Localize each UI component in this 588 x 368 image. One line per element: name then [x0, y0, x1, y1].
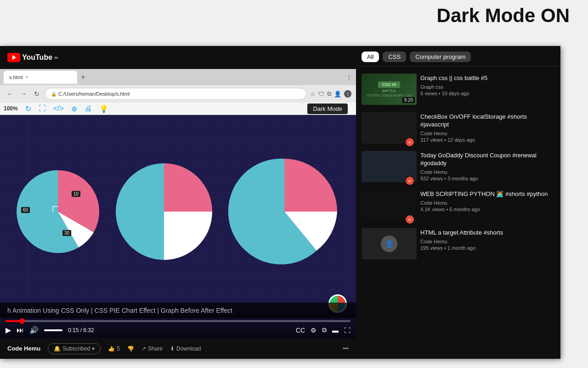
- progress-bar-fill: [6, 320, 19, 322]
- browser-tab-bar: s.html × + ⋮: [0, 69, 356, 85]
- progress-dot: [19, 318, 25, 324]
- extensions-icon[interactable]: ⧉: [327, 90, 331, 98]
- browser-menu-button[interactable]: ⋮: [346, 74, 352, 81]
- dark-mode-button[interactable]: Dark Mode: [307, 104, 348, 114]
- sidebar-list: CSS #5 BATTLE YOUTRE.COM/@GRAPH_CSS 9:20…: [356, 66, 560, 359]
- miniplayer-button[interactable]: ⧉: [322, 326, 327, 334]
- refresh-toolbar-icon[interactable]: ↻: [25, 104, 31, 113]
- like-button[interactable]: 👍 5: [108, 345, 120, 352]
- video-item[interactable]: CSS #5 BATTLE YOUTRE.COM/@GRAPH_CSS 9:20…: [356, 70, 560, 109]
- controls-row: ▶ ⏭ 🔊 0:15 / 6:32 CC ⚙ ⧉ ▬ ⛶: [6, 326, 351, 334]
- video-area: YouTube IN s.html × + ⋮ ← → ↻ 🔒: [0, 46, 356, 359]
- tab-title: s.html: [9, 75, 23, 80]
- fullscreen-icon[interactable]: ⛶: [39, 104, 46, 113]
- refresh-button[interactable]: ↻: [32, 89, 41, 98]
- zoom-level: 100%: [4, 105, 18, 112]
- code-icon[interactable]: </>: [53, 104, 64, 113]
- settings-button[interactable]: ⚙: [311, 327, 317, 334]
- video-title-1: Graph css || css battle #5: [420, 75, 555, 82]
- sidebar-filters: All CSS Computer program: [356, 46, 560, 66]
- theater-button[interactable]: ▬: [332, 327, 339, 334]
- filter-css[interactable]: CSS: [383, 52, 406, 62]
- youtube-logo: YouTube IN: [7, 53, 58, 62]
- pie-chart-2: [109, 156, 219, 267]
- channel-name: Code Hemu: [7, 345, 40, 352]
- pie-label-60: 60: [21, 207, 30, 213]
- like-count: 5: [117, 345, 120, 352]
- video-channel-1: Graph css: [420, 84, 555, 90]
- info-icon: i: [344, 90, 351, 98]
- dislike-button[interactable]: 👎: [127, 345, 134, 352]
- address-text: C:/Users/heman/Desktop/s.html: [58, 91, 130, 97]
- share-icon: ↗: [141, 345, 146, 352]
- pie-chart-1: 60 10 30: [12, 166, 104, 258]
- thumbnail-container-3: H: [362, 151, 417, 182]
- thumbnail-container-4: H: [362, 190, 417, 221]
- dislike-icon: 👎: [127, 345, 134, 352]
- youtube-logo-bar: YouTube IN: [0, 46, 356, 69]
- next-button[interactable]: ⏭: [17, 326, 24, 334]
- video-channel-5: Code Hemu: [420, 239, 555, 244]
- back-button[interactable]: ←: [5, 89, 15, 98]
- thumbnail-5: 👤: [362, 228, 417, 259]
- video-channel-4: Code Hemu: [420, 200, 555, 206]
- pie-label-30: 30: [62, 230, 71, 236]
- print-icon[interactable]: 🖨: [85, 104, 92, 113]
- tab-close-button[interactable]: ×: [25, 75, 28, 80]
- video-item[interactable]: H Today GoDaddy Discount Coupon #renewal…: [356, 147, 560, 186]
- pie-label-10: 10: [72, 191, 80, 197]
- browser-address-bar: ← → ↻ 🔒 C:/Users/heman/Desktop/s.html ☆ …: [0, 85, 356, 103]
- main-container: YouTube IN s.html × + ⋮ ← → ↻ 🔒: [0, 46, 560, 359]
- video-channel-3: Code Hemu: [420, 169, 555, 175]
- progress-bar[interactable]: [6, 320, 351, 322]
- forward-button[interactable]: →: [18, 89, 28, 98]
- add-icon[interactable]: ⊕: [71, 104, 77, 113]
- more-button[interactable]: •••: [343, 345, 349, 352]
- video-title-2: CheckBox On/OFF localStorage #shorts #ja…: [420, 113, 555, 129]
- browser-tab[interactable]: s.html ×: [4, 71, 77, 84]
- video-item[interactable]: H CheckBox On/OFF localStorage #shorts #…: [356, 109, 560, 147]
- share-button[interactable]: ↗ Share: [141, 345, 163, 352]
- video-stats-3: 932 views • 3 months ago: [420, 176, 555, 181]
- like-icon: 👍: [108, 345, 115, 352]
- download-button[interactable]: ⬇ Download: [170, 345, 201, 352]
- video-meta-1: Graph css || css battle #5 Graph css 6 v…: [420, 74, 555, 105]
- video-stats-1: 6 views • 10 days ago: [420, 91, 555, 96]
- cc-button[interactable]: CC: [296, 327, 305, 334]
- video-title-3: Today GoDaddy Discount Coupon #renewal #…: [420, 152, 555, 167]
- volume-button[interactable]: 🔊: [29, 326, 39, 334]
- video-stats-4: 4.1K views • 6 months ago: [420, 207, 555, 212]
- thumbnail-container-5: 👤: [362, 228, 417, 259]
- new-tab-button[interactable]: +: [81, 73, 85, 81]
- video-duration-1: 9:20: [402, 97, 415, 103]
- play-button[interactable]: ▶: [6, 326, 11, 334]
- filter-computer-program[interactable]: Computer program: [410, 52, 471, 62]
- channel-bar: Code Hemu 🔔 Subscribed ▾ 👍 5 👎 ↗ Share ⬇…: [0, 338, 356, 359]
- video-channel-2: Code Hemu: [420, 131, 555, 136]
- youtube-play-icon: [12, 55, 16, 60]
- channel-avatar-3: H: [405, 176, 415, 186]
- video-stats-2: 317 views • 12 days ago: [420, 137, 555, 143]
- pie-chart-3-svg: [225, 152, 344, 271]
- video-item[interactable]: 👤 HTML a target Attribute #shorts Code H…: [356, 224, 560, 263]
- address-input[interactable]: 🔒 C:/Users/heman/Desktop/s.html: [45, 88, 306, 100]
- bookmark-icon[interactable]: ☆: [310, 91, 316, 98]
- video-item[interactable]: H WEB SCRIPTING PYTHON 🧑‍💻 #shorts #pyth…: [356, 186, 560, 224]
- shield-icon: 🛡: [318, 91, 324, 98]
- sidebar: All CSS Computer program CSS #5 BATTLE Y…: [356, 46, 560, 359]
- youtube-icon: [7, 53, 20, 62]
- lightbulb-icon[interactable]: 💡: [99, 104, 108, 113]
- share-label: Share: [148, 345, 163, 352]
- filter-all[interactable]: All: [362, 52, 379, 62]
- thumbnail-container-1: CSS #5 BATTLE YOUTRE.COM/@GRAPH_CSS 9:20: [362, 74, 417, 105]
- fullscreen-button[interactable]: ⛶: [344, 327, 351, 334]
- subscribe-button[interactable]: 🔔 Subscribed ▾: [48, 343, 101, 354]
- subscribe-label: Subscribed: [62, 345, 90, 352]
- profile-icon[interactable]: 👤: [334, 91, 341, 98]
- youtube-text: YouTube: [22, 53, 52, 62]
- browser-toolbar: 100% ↻ ⛶ </> ⊕ 🖨 💡 Dark Mode: [0, 103, 356, 115]
- volume-slider[interactable]: [44, 329, 62, 331]
- download-icon: ⬇: [170, 345, 175, 352]
- dark-mode-status: Dark Mode ON: [437, 5, 570, 27]
- youtube-region: IN: [54, 56, 58, 60]
